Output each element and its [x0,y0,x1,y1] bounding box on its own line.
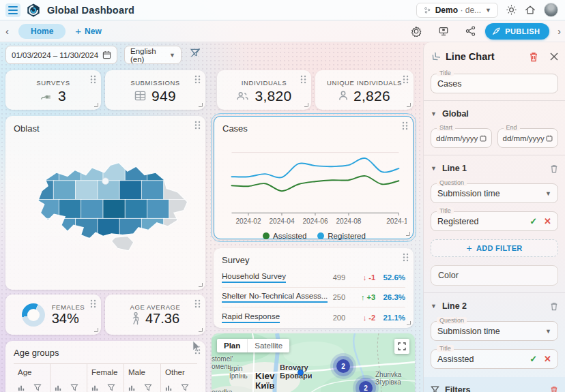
filter-funnel-icon[interactable] [107,384,115,391]
fullscreen-button[interactable] [394,339,409,354]
age-average-stat-card[interactable]: AGE AVERAGE 47.36 [105,295,205,335]
resize-handle[interactable] [94,103,98,107]
stat-card-unique-individuals[interactable]: UNIQUE INDIVIDUALS 2,826 [315,70,414,110]
survey-percent: 52.6% [375,273,405,282]
drag-handle-icon[interactable] [402,121,408,130]
line1-question-select[interactable]: Question Submission time ▼ [431,183,558,203]
google-map-card[interactable]: stomel'омель IrpinІрпінь KievКиїв Brovar… [212,333,415,392]
oblast-map-card[interactable]: Oblast [5,116,205,290]
survey-list-card[interactable]: Survey Household Survey 499 ↓ -1 52.6% S… [214,248,414,328]
resize-handle[interactable] [304,103,308,107]
delete-line-trash-icon[interactable] [550,302,558,311]
resize-handle[interactable] [406,232,410,236]
display-present-icon[interactable] [438,26,449,37]
cancel-x-icon[interactable]: ✕ [544,354,551,364]
collapse-panel-icon[interactable] [431,52,441,62]
forward-chevron-icon[interactable]: › [557,26,561,37]
settings-gear-icon[interactable] [411,26,422,37]
delete-widget-trash-icon[interactable] [529,52,538,62]
sort-bars-icon[interactable] [128,384,136,391]
survey-row[interactable]: Rapid Response 200 ↓ -2 21.1% [222,307,405,327]
home-icon[interactable] [525,5,536,15]
theme-brightness-icon[interactable] [506,5,517,15]
drag-handle-icon[interactable] [194,75,201,84]
map-cluster-marker[interactable]: 2 [359,381,373,392]
chart-title-input[interactable]: Title Cases [431,74,558,93]
map-cluster-marker[interactable]: 2 [336,359,350,373]
map-satellite-button[interactable]: Satellite [247,339,289,352]
resize-handle[interactable] [94,328,98,332]
drag-handle-icon[interactable] [90,299,96,308]
end-date-input[interactable]: End dd/mm/yyyy [497,128,559,148]
map-plan-button[interactable]: Plan [217,339,247,352]
survey-name[interactable]: Household Survey [222,272,286,283]
publish-button[interactable]: PUBLISH [485,23,549,40]
calendar-icon[interactable] [480,135,487,142]
drag-handle-icon[interactable] [403,253,409,262]
sort-bars-icon[interactable] [55,384,62,391]
date-range-input[interactable]: 01/03/2024 – 11/30/2024 [5,46,117,64]
age-groups-table-card[interactable]: Age groups Age Female [5,341,205,392]
filter-funnel-icon[interactable] [33,384,42,391]
close-panel-icon[interactable] [550,52,558,61]
sort-bars-icon[interactable] [18,384,25,391]
back-chevron-icon[interactable]: ‹ [0,25,14,37]
tab-home[interactable]: Home [18,24,66,39]
table-icon [134,91,146,101]
line2-question-select[interactable]: Question Submission time ▼ [431,321,558,341]
table-column: Other [161,364,197,392]
cancel-x-icon[interactable]: ✕ [544,216,551,226]
stat-card-individuals[interactable]: INDIVIDUALS 3,820 [217,70,311,110]
share-icon[interactable] [465,26,476,36]
global-section-header[interactable]: ▼ Global [431,108,558,120]
confirm-check-icon[interactable]: ✓ [530,216,537,226]
resize-handle[interactable] [407,103,411,107]
workspace-selector[interactable]: Demo · de... ▼ [416,3,498,18]
delete-line-trash-icon[interactable] [550,164,558,173]
line1-color-field[interactable]: Color [431,265,558,286]
survey-name[interactable]: Shelter No-Technical Assess... [222,292,328,303]
new-tab-button[interactable]: + New [75,25,101,37]
survey-row[interactable]: Household Survey 499 ↓ -1 52.6% [222,268,405,288]
survey-percent: 26.3% [375,293,405,301]
sort-bars-icon[interactable] [91,384,99,391]
ukraine-choropleth-map[interactable] [14,136,197,281]
line2-title-input[interactable]: Title Assissted ✓✕ [431,349,558,369]
start-date-input[interactable]: Start dd/mm/yyyy [431,128,492,148]
publish-label: PUBLISH [505,27,540,35]
line2-section-header[interactable]: ▼ Line 2 [431,300,558,312]
cases-line-chart-card[interactable]: Cases 2024-022024-042024-062024-082024-1… [214,116,414,239]
survey-name[interactable]: Rapid Response [222,312,280,323]
line1-section-header[interactable]: ▼ Line 1 [431,162,558,175]
calendar-icon[interactable] [546,135,553,142]
delete-filter-trash-icon[interactable] [550,386,558,392]
survey-row[interactable]: Shelter No-Technical Assess... 250 ↑ +3 … [222,288,405,307]
resize-handle[interactable] [199,328,203,332]
females-stat-card[interactable]: FEMALES 34% [5,295,101,335]
map-point-marker[interactable] [298,370,304,376]
sort-bars-icon[interactable] [165,384,173,391]
line1-title-input[interactable]: Title Registered ✓✕ [431,211,558,231]
stat-card-submissions[interactable]: SUBMISSIONS 949 [105,70,205,110]
drag-handle-icon[interactable] [194,299,201,308]
resize-handle[interactable] [199,103,203,107]
hamburger-menu-icon[interactable] [5,3,20,17]
user-avatar[interactable] [544,3,558,17]
confirm-check-icon[interactable]: ✓ [530,354,537,364]
add-filter-button[interactable]: + ADD FILTER [431,239,558,257]
drag-handle-icon[interactable] [90,75,96,84]
plus-icon: + [75,25,81,37]
stat-card-surveys[interactable]: SURVEYS 3 [5,70,101,110]
clear-filters-icon[interactable] [190,48,201,58]
drag-handle-icon[interactable] [403,75,409,84]
language-select[interactable]: English (en) ▼ [124,46,182,64]
filters-section-header[interactable]: Filters [431,384,558,392]
resize-handle[interactable] [407,321,411,325]
column-header: Other [165,368,193,378]
resize-handle[interactable] [199,283,203,287]
drag-handle-icon[interactable] [300,75,306,84]
drag-handle-icon[interactable] [194,121,201,130]
filter-funnel-icon[interactable] [181,384,189,391]
filter-funnel-icon[interactable] [70,384,78,391]
filter-funnel-icon[interactable] [144,384,152,391]
